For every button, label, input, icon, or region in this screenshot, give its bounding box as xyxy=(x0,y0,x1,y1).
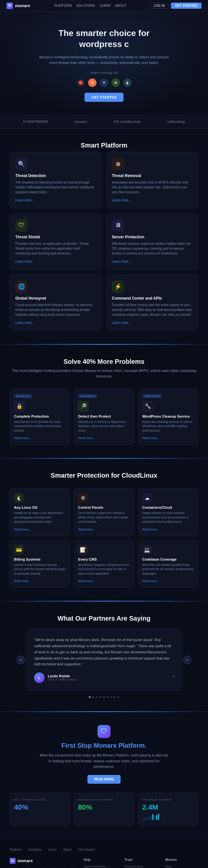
partners-bar: H HOSTINGER tucows ✕✕ resellerclub xxlho… xyxy=(0,115,208,129)
dot-8[interactable] xyxy=(114,696,116,698)
nav-solutions[interactable]: SOLUTIONS xyxy=(76,4,95,7)
linux-hero-icon: 🐧 xyxy=(123,79,132,87)
billing-systems-icon: 💳 xyxy=(14,545,24,555)
smart-platform-title: Smart Platform xyxy=(10,142,198,149)
footer-brand-desc: Hosting providers around the world save … xyxy=(10,866,76,868)
solve-cards: Add Monarx 🔒 Complete Protection Add Mon… xyxy=(10,389,198,445)
nav-about[interactable]: ABOUT xyxy=(115,4,126,7)
nav-learn[interactable]: LEARN xyxy=(100,4,110,7)
footer-nav-learn[interactable]: Learn xyxy=(48,848,56,851)
billing-systems-link[interactable]: Read more... xyxy=(14,580,31,583)
login-button[interactable]: LOG IN xyxy=(150,3,168,9)
control-panels-desc: Out-of-the-box support for cPanel & WHM,… xyxy=(78,511,130,524)
every-cms-title: Every CMS xyxy=(78,557,130,561)
footer-blog-link[interactable]: Blog xyxy=(165,865,198,868)
dot-2[interactable] xyxy=(92,696,94,698)
command-center-title: Command Center and APIs xyxy=(112,296,193,301)
complete-protection-icon: 🔒 xyxy=(14,401,25,412)
threat-detection-link[interactable]: Learn more... xyxy=(15,198,34,202)
containers-cloud-link[interactable]: Read more... xyxy=(142,528,159,531)
complete-protection-desc: Add Monarx out to provide the most compr… xyxy=(14,420,66,433)
stat-reduction-label: REDUCTION IN SUPPORT xyxy=(78,798,130,801)
testimonial-box: "We're blown away by what Monarx does. R… xyxy=(26,629,182,691)
threat-detection-icon: 🔍 xyxy=(15,158,28,170)
hero-cta-button[interactable]: GET STARTED xyxy=(84,93,124,102)
get-started-button[interactable]: GET STARTED xyxy=(171,3,202,9)
testimonial-author: L Leslie Rohde CEO of Traffic Science xyxy=(34,673,174,683)
testimonial-dots xyxy=(10,696,198,698)
mini-bar-6 xyxy=(152,814,153,820)
wordpress-cleanup-link[interactable]: Read more... xyxy=(142,436,159,440)
threat-removal-desc: Automated and accurate that is 99.95% ef… xyxy=(112,180,193,194)
any-linux-link[interactable]: Read more... xyxy=(14,528,31,531)
firststop-read-more-button[interactable]: READ MORE xyxy=(87,775,120,784)
partner-hostinger: H HOSTINGER xyxy=(23,120,48,124)
solve-badge-complete: Add Monarx xyxy=(14,394,32,398)
threat-removal-icon: ⊗ xyxy=(112,158,124,170)
control-panels-title: Control Panels xyxy=(78,505,130,509)
footer-nav-about[interactable]: About xyxy=(63,848,72,851)
dot-3[interactable] xyxy=(96,696,98,698)
every-cms-link[interactable]: Read more... xyxy=(78,580,95,583)
global-honeynet-link[interactable]: Learn more... xyxy=(15,321,34,324)
cloudlinux-section: Smarter Protection for CloudLinux 🐧 Any … xyxy=(0,459,208,601)
directadmin-hero-icon: ⊕ xyxy=(111,79,120,87)
dot-4[interactable] xyxy=(100,696,101,698)
testimonial-prev-button[interactable]: ‹ xyxy=(16,655,25,664)
containers-cloud-title: Containers/Cloud xyxy=(142,505,194,509)
footer-privacy-link[interactable]: Privacy Policy xyxy=(125,865,158,868)
cl-card-codebase: 💻 Codebase Coverage More than 1M models … xyxy=(138,540,198,588)
dot-5[interactable] xyxy=(103,696,105,698)
detect-protect-link[interactable]: Read more... xyxy=(78,436,95,440)
testimonials-section: What Our Partners Are Saying ‹ "We're bl… xyxy=(0,601,208,711)
server-protection-desc: Effectively removes malicious entities h… xyxy=(112,241,193,256)
nav-logo[interactable]: M monarx xyxy=(6,3,30,9)
card-global-honeynet: 🌐 Global Honeynet Cloud-sourced data fro… xyxy=(10,274,102,331)
stat-blocked-value: 2.4M xyxy=(142,803,194,812)
threat-removal-title: Threat Removal xyxy=(112,174,193,178)
logo-text: monarx xyxy=(15,3,30,8)
footer-logo-icon: M xyxy=(10,858,16,864)
threat-shield-link[interactable]: Learn more... xyxy=(15,260,34,263)
containers-cloud-icon: ☁ xyxy=(142,493,152,503)
footer-brand-col: M monarx Hosting providers around the wo… xyxy=(10,858,76,868)
smart-platform-cards: 🔍 Threat Detection The smartest at detec… xyxy=(10,152,198,331)
command-center-link[interactable]: Learn more... xyxy=(112,321,131,324)
solve-card-wordpress: Label Service 🔧 WordPress Cleanup Servic… xyxy=(138,389,198,445)
footer-nav-solutions[interactable]: Solutions xyxy=(28,848,42,851)
billing-systems-desc: Launch a new Freemium security service w… xyxy=(14,563,66,576)
testimonial-author-info: Leslie Rohde CEO of Traffic Science xyxy=(48,674,77,681)
firststop-icon: 🛡 xyxy=(98,725,110,738)
footer-help-agent[interactable]: Agent Installation xyxy=(83,865,117,868)
complete-protection-link[interactable]: Read more... xyxy=(14,436,31,440)
command-center-icon: ⚡ xyxy=(112,280,124,293)
footer-nav-platform[interactable]: Platform xyxy=(10,848,22,851)
mini-bar-7 xyxy=(154,816,155,820)
navbar: M monarx PLATFORM SOLUTIONS LEARN ABOUT … xyxy=(0,0,208,12)
hero-icons: 🔴 ⚙ ✦ ⊕ 🐧 xyxy=(13,79,195,87)
cl-card-linux: 🐧 Any Linux OS Installs on all major Lin… xyxy=(10,488,70,536)
footer-nav: Platform Solutions Learn About Get Start… xyxy=(10,848,198,851)
global-honeynet-title: Global Honeynet xyxy=(15,296,96,301)
codebase-coverage-link[interactable]: Read more... xyxy=(142,580,159,583)
dot-7[interactable] xyxy=(110,696,112,698)
nav-platform[interactable]: PLATFORM xyxy=(54,4,72,7)
firststop-section: 🛡 First Stop Monarx Platform. Meet the c… xyxy=(0,712,208,838)
mini-bar-3 xyxy=(146,818,148,820)
stat-reduction-value: 80% xyxy=(78,803,130,812)
card-server-protection: 🖥 Server Protection Effectively removes … xyxy=(106,213,198,270)
solve-title: Solve 40% More Problems xyxy=(10,358,198,365)
testimonial-avatar: L xyxy=(34,673,45,683)
server-protection-link[interactable]: Learn more... xyxy=(112,260,131,263)
control-panels-link[interactable]: Read more... xyxy=(78,528,95,531)
dot-6[interactable] xyxy=(107,696,108,698)
dot-9[interactable] xyxy=(117,696,119,698)
codebase-coverage-desc: More than 1M models provide threat prote… xyxy=(142,563,194,576)
partner-tucows: tucows xyxy=(74,120,87,124)
threat-removal-link[interactable]: Learn more... xyxy=(112,198,131,202)
testimonial-next-button[interactable]: › xyxy=(183,655,192,664)
footer-nav-get-started[interactable]: Get Started xyxy=(78,848,95,851)
containers-cloud-desc: Deploy Monarx to more complex environmen… xyxy=(142,511,194,524)
dot-1[interactable] xyxy=(89,696,91,698)
nav-links: PLATFORM SOLUTIONS LEARN ABOUT xyxy=(54,4,126,7)
